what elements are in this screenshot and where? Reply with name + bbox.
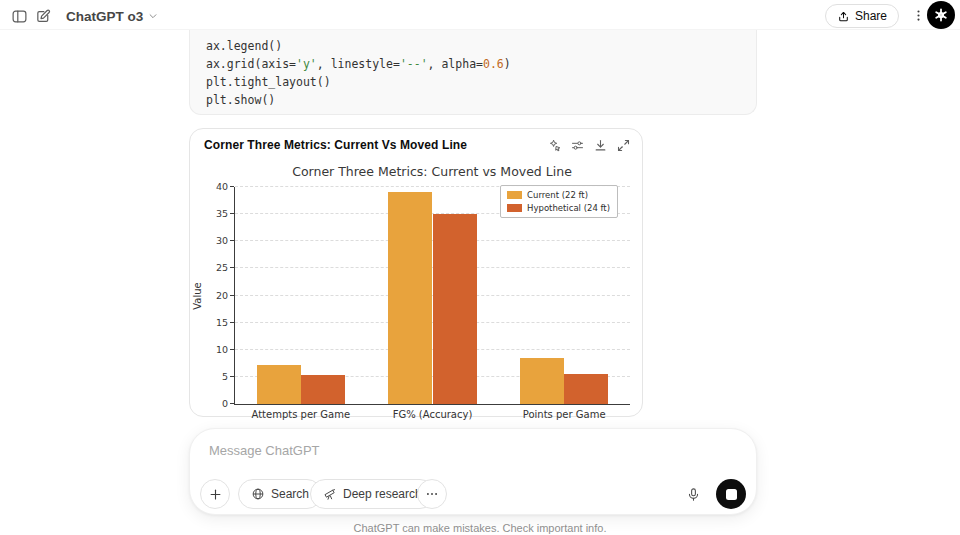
- y-tick-label: 0: [204, 398, 228, 409]
- bar: [564, 374, 608, 404]
- search-label: Search: [271, 487, 309, 501]
- x-tick-label: FG% (Accuracy): [393, 409, 473, 420]
- kebab-menu-icon[interactable]: [908, 5, 928, 25]
- y-tick-label: 35: [204, 208, 228, 219]
- composer: Search Deep research: [189, 428, 757, 515]
- message-input[interactable]: [209, 440, 609, 460]
- chart-card: Corner Three Metrics: Current Vs Moved L…: [189, 128, 643, 417]
- legend-swatch: [507, 204, 522, 212]
- model-label: ChatGPT o3: [66, 9, 143, 24]
- model-selector[interactable]: ChatGPT o3: [60, 5, 164, 27]
- bar: [388, 192, 432, 404]
- y-tick-label: 25: [204, 262, 228, 273]
- stop-icon: [726, 489, 737, 500]
- more-tools-button[interactable]: [417, 479, 447, 509]
- y-tick-mark: [230, 240, 234, 241]
- deep-research-label: Deep research: [343, 487, 422, 501]
- plot-title: Corner Three Metrics: Current vs Moved L…: [292, 164, 572, 179]
- bar: [301, 375, 345, 404]
- code-line: plt.tight_layout(): [206, 73, 740, 91]
- globe-icon: [251, 487, 265, 501]
- y-tick-label: 40: [204, 181, 228, 192]
- chart-settings-icon[interactable]: [569, 137, 585, 153]
- dots-icon: [425, 487, 439, 501]
- code-line: ax.grid(axis='y', linestyle='--', alpha=…: [206, 55, 740, 73]
- x-tick-label: Attempts per Game: [252, 409, 351, 420]
- y-tick-label: 15: [204, 317, 228, 328]
- chart-toolbar: [546, 137, 631, 153]
- bar: [433, 214, 477, 404]
- chart-legend: Current (22 ft)Hypothetical (24 ft): [500, 185, 618, 218]
- expand-icon[interactable]: [615, 137, 631, 153]
- deep-research-button[interactable]: Deep research: [310, 479, 435, 509]
- y-tick-mark: [230, 376, 234, 377]
- legend-label: Hypothetical (24 ft): [527, 203, 610, 213]
- footer-disclaimer: ChatGPT can make mistakes. Check importa…: [0, 522, 960, 534]
- y-tick-mark: [230, 186, 234, 187]
- y-tick-mark: [230, 267, 234, 268]
- top-bar: ChatGPT o3 Share: [0, 0, 960, 30]
- legend-item: Current (22 ft): [507, 190, 610, 200]
- code-line: plt.show(): [206, 91, 740, 109]
- plus-icon: [208, 487, 223, 502]
- y-tick-mark: [230, 295, 234, 296]
- y-axis-label: Value: [192, 282, 203, 309]
- plot-area: Value 0510152025303540 Attempts per Game…: [234, 187, 630, 405]
- legend-label: Current (22 ft): [527, 190, 588, 200]
- microphone-icon[interactable]: [678, 479, 708, 509]
- telescope-icon: [323, 487, 337, 501]
- y-tick-label: 10: [204, 344, 228, 355]
- code-line: ax.legend(): [206, 37, 740, 55]
- legend-item: Hypothetical (24 ft): [507, 203, 610, 213]
- openai-logo-icon[interactable]: [927, 1, 955, 29]
- x-tick-label: Points per Game: [523, 409, 606, 420]
- chart-card-title: Corner Three Metrics: Current Vs Moved L…: [204, 138, 467, 152]
- legend-swatch: [507, 191, 522, 199]
- share-button[interactable]: Share: [825, 4, 899, 28]
- bar: [520, 358, 564, 404]
- add-attachment-button[interactable]: [200, 479, 230, 509]
- y-tick-mark: [230, 213, 234, 214]
- y-tick-mark: [230, 349, 234, 350]
- code-lines: ax.legend()ax.grid(axis='y', linestyle='…: [206, 37, 740, 109]
- code-block: ax.legend()ax.grid(axis='y', linestyle='…: [189, 30, 757, 115]
- y-tick-mark: [230, 403, 234, 404]
- upload-icon: [837, 10, 850, 23]
- sidebar-toggle-icon[interactable]: [9, 6, 29, 26]
- sparkle-cursor-icon[interactable]: [546, 137, 562, 153]
- share-label: Share: [855, 9, 887, 23]
- y-tick-label: 5: [204, 371, 228, 382]
- compose-icon[interactable]: [33, 6, 53, 26]
- y-tick-label: 30: [204, 235, 228, 246]
- y-tick-mark: [230, 322, 234, 323]
- y-tick-label: 20: [204, 290, 228, 301]
- chevron-down-icon: [148, 11, 158, 21]
- stop-button[interactable]: [716, 479, 746, 509]
- download-icon[interactable]: [592, 137, 608, 153]
- bar: [257, 365, 301, 404]
